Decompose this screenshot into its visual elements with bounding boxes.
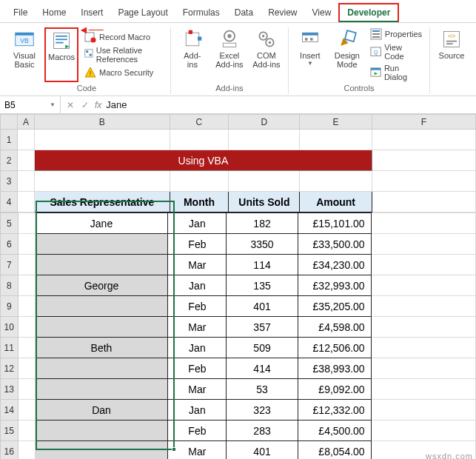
cell-units[interactable]: 283	[227, 421, 298, 441]
cell-amount[interactable]: £35,205.00	[298, 296, 371, 317]
row-header[interactable]: 7	[1, 255, 19, 275]
use-relative-button[interactable]: Use Relative References	[81, 45, 166, 64]
header-units[interactable]: Units Sold	[229, 192, 300, 212]
cell-month[interactable]: Feb	[168, 358, 227, 379]
selection-handle[interactable]	[172, 447, 176, 452]
cell-units[interactable]: 401	[227, 441, 298, 460]
col-header-C[interactable]: C	[170, 115, 229, 130]
row-header[interactable]: 16	[1, 441, 19, 460]
cell-rep[interactable]: Jane	[35, 213, 168, 234]
name-box[interactable]: B5 ▼	[0, 96, 61, 113]
header-rep[interactable]: Sales Representative	[35, 192, 170, 212]
cell-rep[interactable]	[35, 296, 168, 317]
cell-amount[interactable]: £32,993.00	[298, 275, 371, 296]
row-header[interactable]: 4	[1, 192, 18, 212]
tab-file[interactable]: File	[6, 4, 35, 22]
cell-month[interactable]: Jan	[168, 400, 227, 421]
macros-button[interactable]: Macros	[44, 27, 78, 82]
cell-rep[interactable]	[35, 421, 168, 441]
cell-month[interactable]: Jan	[168, 275, 227, 296]
cell-units[interactable]: 357	[227, 317, 298, 338]
enter-formula-button[interactable]: ✓	[80, 100, 90, 110]
cell-rep[interactable]: George	[35, 275, 168, 296]
cell-rep[interactable]	[35, 317, 168, 338]
title-cell[interactable]: Using VBA	[35, 150, 372, 171]
select-all-corner[interactable]	[1, 115, 18, 130]
tab-pagelayout[interactable]: Page Layout	[110, 4, 175, 22]
tab-review[interactable]: Review	[261, 4, 304, 22]
cell-amount[interactable]: £12,332.00	[298, 400, 371, 421]
cell-month[interactable]: Mar	[168, 379, 227, 400]
cell-units[interactable]: 3350	[227, 234, 298, 255]
col-header-A[interactable]: A	[17, 115, 34, 130]
row-header[interactable]: 9	[1, 296, 19, 317]
insert-control-button[interactable]: Insert ▼	[293, 27, 327, 82]
row-header[interactable]: 14	[1, 400, 19, 421]
row-header[interactable]: 3	[1, 171, 18, 192]
design-mode-button[interactable]: Design Mode	[330, 27, 364, 82]
excel-addins-button[interactable]: Excel Add-ins	[212, 27, 247, 82]
formula-bar-input[interactable]: Jane	[106, 99, 127, 110]
row-header[interactable]: 11	[1, 338, 19, 358]
cell-units[interactable]: 401	[227, 296, 298, 317]
cell-amount[interactable]: £38,993.00	[298, 358, 371, 379]
fx-icon[interactable]: fx	[95, 100, 101, 110]
addins-button[interactable]: Add- ins	[175, 27, 209, 82]
cell-month[interactable]: Jan	[168, 338, 227, 358]
row-header[interactable]: 2	[1, 150, 18, 171]
cell-amount[interactable]: £12,506.00	[298, 338, 371, 358]
tab-view[interactable]: View	[305, 4, 339, 22]
cell-rep[interactable]	[35, 234, 168, 255]
cell-amount[interactable]: £9,092.00	[298, 379, 371, 400]
cell-amount[interactable]: £34,230.00	[298, 255, 371, 275]
cancel-formula-button[interactable]: ✕	[65, 100, 76, 110]
cell-units[interactable]: 182	[227, 213, 298, 234]
tab-data[interactable]: Data	[227, 4, 261, 22]
visual-basic-button[interactable]: VB Visual Basic	[7, 27, 41, 82]
tab-home[interactable]: Home	[35, 4, 73, 22]
tab-formulas[interactable]: Formulas	[175, 4, 227, 22]
cell-rep[interactable]	[35, 379, 168, 400]
view-code-button[interactable]: Q View Code	[367, 42, 425, 61]
run-dialog-button[interactable]: Run Dialog	[367, 63, 425, 82]
cell-amount[interactable]: £15,101.00	[298, 213, 371, 234]
cell-units[interactable]: 323	[227, 400, 298, 421]
row-header[interactable]: 13	[1, 379, 19, 400]
cell-rep[interactable]: Beth	[35, 338, 168, 358]
cell-amount[interactable]: £4,598.00	[298, 317, 371, 338]
cell-amount[interactable]: £4,500.00	[298, 421, 371, 441]
worksheet[interactable]: A B C D E F 1 2 Using VBA 3 4 Sales Repr…	[0, 114, 476, 459]
cell-month[interactable]: Feb	[168, 421, 227, 441]
row-header[interactable]: 1	[1, 130, 18, 150]
properties-button[interactable]: Properties	[367, 27, 425, 41]
cell-month[interactable]: Mar	[168, 317, 227, 338]
cell-month[interactable]: Feb	[168, 234, 227, 255]
cell-rep[interactable]	[35, 358, 168, 379]
col-header-B[interactable]: B	[35, 115, 170, 130]
header-month[interactable]: Month	[170, 192, 229, 212]
cell-rep[interactable]	[35, 255, 168, 275]
cell-units[interactable]: 509	[227, 338, 298, 358]
row-header[interactable]: 12	[1, 358, 19, 379]
cell-units[interactable]: 114	[227, 255, 298, 275]
cell-month[interactable]: Jan	[168, 213, 227, 234]
cell-amount[interactable]: £33,500.00	[298, 234, 371, 255]
xml-source-button[interactable]: </> Source	[435, 27, 469, 82]
cell-units[interactable]: 135	[227, 275, 298, 296]
cell-units[interactable]: 414	[227, 358, 298, 379]
cell-month[interactable]: Mar	[168, 441, 227, 460]
chevron-down-icon[interactable]: ▼	[50, 101, 56, 108]
cell-month[interactable]: Feb	[168, 296, 227, 317]
cell-rep[interactable]: Dan	[35, 400, 168, 421]
cell-amount[interactable]: £8,054.00	[298, 441, 371, 460]
cell-rep[interactable]	[35, 441, 168, 460]
row-header[interactable]: 10	[1, 317, 19, 338]
header-amount[interactable]: Amount	[300, 192, 372, 212]
row-header[interactable]: 15	[1, 421, 19, 441]
cell-units[interactable]: 53	[227, 379, 298, 400]
col-header-D[interactable]: D	[229, 115, 300, 130]
row-header[interactable]: 6	[1, 234, 19, 255]
col-header-E[interactable]: E	[300, 115, 372, 130]
cell-month[interactable]: Mar	[168, 255, 227, 275]
tab-insert[interactable]: Insert	[73, 4, 110, 22]
